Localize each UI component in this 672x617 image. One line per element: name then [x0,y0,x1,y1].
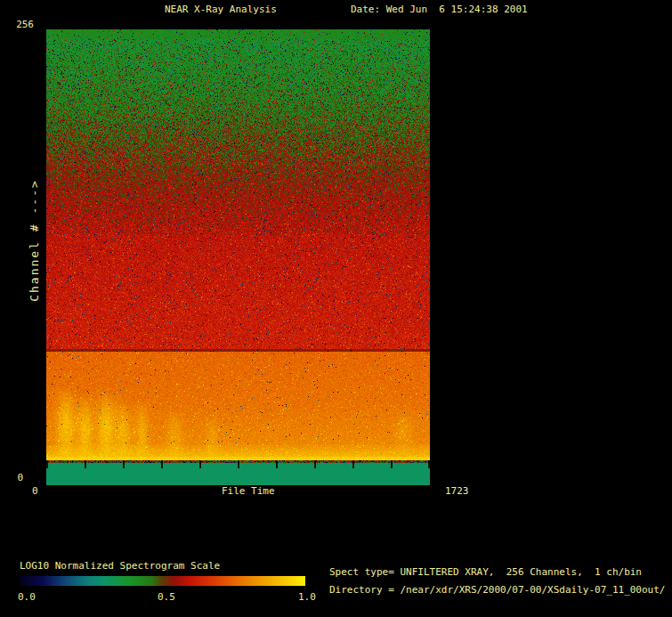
spectrogram-heatmap [46,29,430,485]
colorbar-tick-max: 1.0 [298,592,316,603]
y-axis-max-label: 256 [12,20,34,30]
colorbar-tick-min: 0.0 [18,592,36,603]
colorbar-tick-mid: 0.5 [158,592,175,603]
y-axis-title: Channel # ---> [28,179,41,302]
x-axis-title: File Time [222,486,275,497]
date-label: Date: Wed Jun 6 15:24:38 2001 [351,4,528,15]
y-axis-min-label: 0 [12,473,23,483]
colorbar-gradient [20,576,305,586]
spect-type-info: Spect type= UNFILTERED XRAY, 256 Channel… [329,567,642,578]
near-xray-analysis-window: NEAR X-Ray Analysis Date: Wed Jun 6 15:2… [0,0,672,617]
directory-info: Directory = /near/xdr/XRS/2000/07-00/XSd… [329,585,666,596]
x-axis-max-label: 1723 [445,486,469,497]
page-title: NEAR X-Ray Analysis [165,4,277,15]
colorbar-title: LOG10 Normalized Spectrogram Scale [20,561,220,572]
x-axis-min-label: 0 [32,486,38,497]
